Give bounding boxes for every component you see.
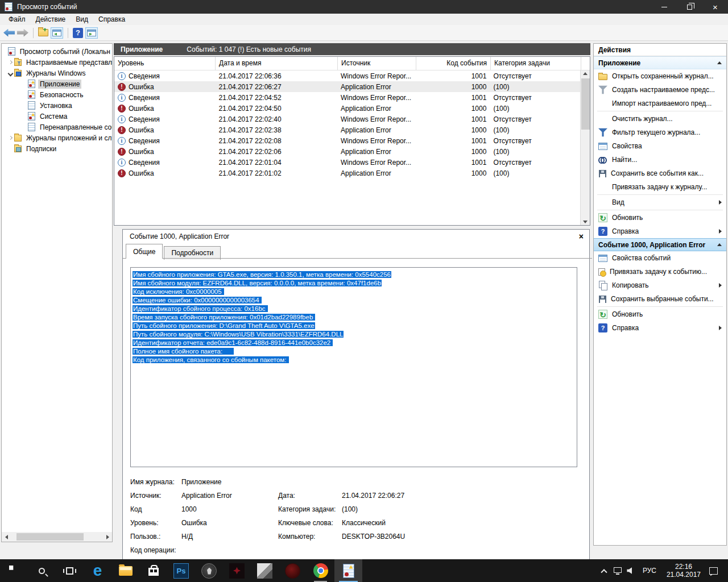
taskbar-file-explorer-button[interactable] [111,559,139,582]
show-console-tree-button[interactable] [51,27,63,39]
event-row[interactable]: iСведения21.04.2017 22:01:04Windows Erro… [114,157,580,168]
tree-item[interactable]: Система [2,111,112,122]
menu-item-1[interactable]: Действие [31,14,71,24]
action-item[interactable]: ↻Обновить [594,307,726,321]
action-item[interactable]: Свойства событий [594,251,726,265]
log-plain-icon [28,123,35,131]
action-item[interactable]: Открыть сохраненный журнал... [594,69,726,83]
scroll-right-icon[interactable] [103,532,112,542]
column-header-4[interactable]: Категория задачи [491,57,581,70]
action-item[interactable]: Найти... [594,153,726,167]
action-item[interactable]: Сохранить все события как... [594,167,726,180]
column-header-0[interactable]: Уровень [114,57,216,70]
tree-horizontal-scrollbar[interactable] [2,532,112,542]
chevron-right-icon[interactable] [7,60,13,65]
action-item[interactable]: ?Справка [594,225,726,238]
taskbar-start-button[interactable] [0,559,28,582]
collapse-arrow-icon[interactable] [717,243,722,246]
column-header-2[interactable]: Источник [338,57,416,70]
taskbar-game-poster-button[interactable] [251,559,279,582]
tree-item[interactable]: Журналы приложений и сл [2,132,112,143]
console-tree-panel: Просмотр событий (ЛокальнНастраиваемые п… [1,43,113,542]
action-item[interactable]: Создать настраиваемое предс... [594,83,726,97]
event-row[interactable]: iСведения21.04.2017 22:06:36Windows Erro… [114,70,580,81]
network-icon[interactable] [611,559,624,582]
column-header-1[interactable]: Дата и время [216,57,338,70]
action-item[interactable]: Импорт настраиваемого пред... [594,97,726,110]
event-row[interactable]: !Ошибка21.04.2017 22:02:38Application Er… [114,124,580,135]
scrollbar-thumb[interactable] [581,78,590,130]
event-row[interactable]: iСведения21.04.2017 22:04:52Windows Erro… [114,92,580,103]
scroll-up-icon[interactable] [583,72,588,75]
chevron-right-icon[interactable] [7,135,13,141]
action-item[interactable]: Очистить журнал... [594,112,726,126]
tray-chevron-up-icon[interactable] [597,559,611,582]
event-row[interactable]: !Ошибка21.04.2017 22:06:27Application Er… [114,81,580,92]
event-datetime: 21.04.2017 22:04:50 [216,105,337,113]
close-button[interactable]: × [702,0,728,14]
collapse-arrow-icon[interactable] [717,61,722,64]
scroll-down-icon[interactable] [583,221,588,223]
action-item[interactable]: Копировать [594,278,726,292]
event-list-scrollbar[interactable] [580,70,590,225]
taskbar-world-of-tanks-button[interactable] [195,559,223,582]
event-row[interactable]: iСведения21.04.2017 22:02:40Windows Erro… [114,114,580,124]
scrollbar-thumb[interactable] [16,533,84,541]
action-center-icon[interactable] [706,559,720,582]
event-row[interactable]: iСведения21.04.2017 22:02:08Windows Erro… [114,135,580,146]
taskbar-event-viewer-button[interactable] [334,559,362,582]
event-row[interactable]: !Ошибка21.04.2017 22:02:06Application Er… [114,146,580,157]
tree-item[interactable]: Безопасность [2,89,112,100]
event-description-text[interactable]: Имя сбойного приложения: GTA5.exe, верси… [130,267,577,467]
action-item[interactable]: ↻Обновить [594,211,726,225]
help-icon[interactable]: ? [73,28,83,38]
tree-item[interactable]: Приложение [2,78,112,89]
clock[interactable]: 22:16 21.04.2017 [661,563,706,579]
action-section-header-1[interactable]: Событие 1000, Application Error [594,238,726,251]
action-item[interactable]: Привязать задачу к журналу... [594,180,726,194]
taskbar-photoshop-button[interactable]: Ps [167,559,195,582]
event-row[interactable]: !Ошибка21.04.2017 22:04:50Application Er… [114,103,580,114]
menu-item-2[interactable]: Вид [71,14,93,24]
column-header-3[interactable]: Код события [416,57,491,70]
volume-icon[interactable] [624,559,638,582]
menu-item-3[interactable]: Справка [93,14,130,24]
taskbar-search-button[interactable] [28,559,56,582]
menu-item-0[interactable]: Файл [3,14,31,24]
action-item[interactable]: Вид [594,196,726,209]
chevron-down-icon[interactable] [7,70,13,76]
tree-item[interactable]: Установка [2,100,112,111]
action-item[interactable]: ?Справка [594,321,726,335]
tab-details[interactable]: Подробности [164,246,221,260]
open-saved-log-icon[interactable] [38,29,48,36]
taskbar-game-dark-button[interactable] [279,559,307,582]
event-source: Application Error [337,148,416,156]
taskbar-task-view-button[interactable] [56,559,84,582]
tree-item[interactable]: Журналы Windows [2,68,112,78]
tree-item[interactable]: Подписки [2,143,112,154]
field-value: Классический [342,519,580,527]
tree-item[interactable]: Просмотр событий (Локальн [2,46,112,57]
taskbar-chrome-button[interactable] [307,559,334,582]
scroll-left-icon[interactable] [2,532,11,542]
taskbar-store-button[interactable] [139,559,167,582]
taskbar-witcher-game-button[interactable] [223,559,251,582]
action-item[interactable]: Свойства [594,139,726,153]
action-section-header-0[interactable]: Приложение [594,56,726,69]
language-indicator[interactable]: РУС [638,567,661,575]
event-row[interactable]: !Ошибка21.04.2017 22:01:02Application Er… [114,168,580,178]
taskbar-edge-button[interactable]: e [84,559,111,582]
action-item[interactable]: Привязать задачу к событию... [594,265,726,278]
tree-item[interactable]: Настраиваемые представле [2,57,112,68]
tab-general[interactable]: Общие [126,244,163,259]
action-item[interactable]: Фильтр текущего журнала... [594,126,726,139]
back-button[interactable] [3,29,15,37]
tree-item[interactable]: Перенаправленные соб [2,122,112,132]
show-action-pane-button[interactable] [85,27,98,39]
action-item[interactable]: Сохранить выбранные событи... [594,292,726,306]
forward-button[interactable] [17,29,28,37]
detail-close-icon[interactable]: × [579,232,584,241]
chevron-right-icon[interactable] [7,146,13,152]
restore-button[interactable] [677,0,702,14]
minimize-button[interactable] [651,0,677,14]
